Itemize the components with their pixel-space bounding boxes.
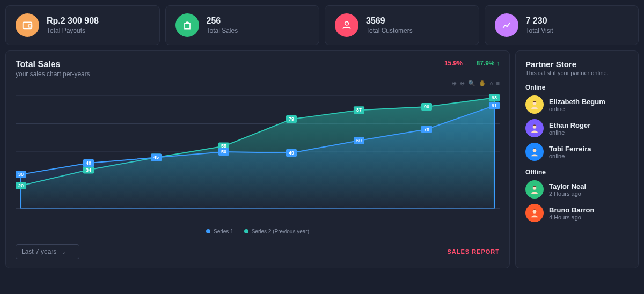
svg-text:50: 50 bbox=[221, 149, 226, 155]
svg-rect-1 bbox=[28, 25, 32, 27]
sales-report-link[interactable]: SALES REPORT bbox=[447, 248, 500, 255]
partner-name: Elizabeth Begum bbox=[549, 98, 605, 106]
svg-text:87: 87 bbox=[356, 107, 362, 113]
stat-label: Total Payouts bbox=[47, 27, 99, 34]
partner-row[interactable]: Taylor Neal2 Hours ago bbox=[525, 180, 628, 199]
stat-card-1: 256Total Sales bbox=[165, 5, 320, 45]
avatar bbox=[525, 95, 544, 114]
avatar bbox=[525, 119, 544, 137]
svg-rect-0 bbox=[23, 23, 32, 29]
online-section-label: Online bbox=[525, 84, 628, 91]
svg-text:55: 55 bbox=[221, 144, 226, 149]
partner-row[interactable]: Elizabeth Begumonline bbox=[525, 95, 628, 114]
stat-value: 7 230 bbox=[526, 16, 553, 26]
svg-text:70: 70 bbox=[424, 127, 429, 132]
svg-point-41 bbox=[533, 101, 537, 105]
partner-row[interactable]: Bruno Barron4 Hours ago bbox=[525, 204, 628, 222]
partner-row[interactable]: Ethan Rogeronline bbox=[525, 119, 628, 137]
partner-name: Ethan Roger bbox=[549, 121, 590, 129]
partner-status: 2 Hours ago bbox=[549, 190, 586, 197]
user-icon bbox=[335, 13, 358, 37]
stat-card-2: 3569Total Customers bbox=[325, 5, 479, 45]
stat-down: 15.9%↓ bbox=[444, 60, 468, 67]
stat-value: Rp.2 300 908 bbox=[47, 16, 99, 26]
avatar bbox=[525, 143, 544, 161]
partner-name: Taylor Neal bbox=[549, 182, 586, 190]
partner-status: online bbox=[549, 129, 590, 136]
svg-point-44 bbox=[533, 186, 537, 190]
partner-name: Bruno Barron bbox=[549, 206, 595, 214]
home-icon[interactable]: ⌂ bbox=[489, 80, 493, 87]
svg-text:98: 98 bbox=[492, 95, 497, 100]
svg-point-43 bbox=[533, 149, 537, 152]
svg-point-42 bbox=[533, 125, 537, 129]
avatar bbox=[525, 204, 544, 222]
stat-label: Total Customers bbox=[366, 27, 413, 34]
stat-up: 87.9%↑ bbox=[476, 60, 500, 67]
chart-subtitle: your sales chart per-years bbox=[16, 70, 90, 78]
menu-icon[interactable]: ≡ bbox=[496, 80, 500, 87]
svg-point-2 bbox=[345, 21, 349, 25]
svg-text:79: 79 bbox=[289, 116, 294, 122]
partner-subtitle: This is list if your partner online. bbox=[525, 70, 628, 76]
svg-text:40: 40 bbox=[86, 160, 91, 166]
svg-text:60: 60 bbox=[356, 138, 362, 143]
partner-status: online bbox=[549, 106, 605, 112]
svg-point-45 bbox=[533, 210, 537, 214]
chart-title: Total Sales bbox=[16, 60, 90, 69]
period-selector[interactable]: Last 7 years ⌄ bbox=[16, 244, 79, 259]
stat-label: Total Visit bbox=[526, 27, 553, 34]
offline-section-label: Offline bbox=[525, 168, 628, 176]
svg-text:45: 45 bbox=[153, 155, 159, 160]
svg-text:91: 91 bbox=[492, 103, 497, 108]
partner-status: 4 Hours ago bbox=[549, 214, 595, 220]
zoom-icon[interactable]: 🔍 bbox=[468, 80, 475, 87]
chart-icon bbox=[495, 13, 518, 37]
stat-value: 256 bbox=[207, 16, 238, 26]
wallet-icon bbox=[16, 13, 39, 37]
chart-toolbar: ⊕ ⊖ 🔍 ✋ ⌂ ≡ bbox=[16, 80, 500, 87]
svg-text:34: 34 bbox=[86, 167, 91, 173]
svg-text:30: 30 bbox=[18, 172, 24, 177]
chevron-down-icon: ⌄ bbox=[62, 249, 66, 255]
stat-card-3: 7 230Total Visit bbox=[485, 5, 639, 45]
zoom-out-icon[interactable]: ⊖ bbox=[460, 80, 465, 87]
svg-text:49: 49 bbox=[289, 150, 294, 156]
partner-store-panel: Partner Store This is list if your partn… bbox=[515, 50, 639, 268]
partner-name: Tobi Ferreira bbox=[549, 145, 591, 153]
sales-chart-panel: Total Sales your sales chart per-years 1… bbox=[5, 50, 510, 268]
avatar bbox=[525, 180, 544, 199]
bag-icon bbox=[175, 13, 199, 37]
stat-value: 3569 bbox=[366, 16, 413, 26]
sales-chart: 20344555798790983040455049607091 bbox=[16, 90, 500, 224]
partner-row[interactable]: Tobi Ferreiraonline bbox=[525, 143, 628, 161]
pan-icon[interactable]: ✋ bbox=[479, 80, 486, 87]
chart-legend: Series 1 Series 2 (Previous year) bbox=[16, 229, 500, 234]
svg-text:90: 90 bbox=[424, 104, 429, 109]
stat-label: Total Sales bbox=[207, 27, 238, 34]
stat-card-0: Rp.2 300 908Total Payouts bbox=[5, 5, 160, 45]
svg-text:20: 20 bbox=[18, 183, 24, 188]
partner-status: online bbox=[549, 153, 591, 159]
zoom-in-icon[interactable]: ⊕ bbox=[452, 80, 457, 87]
partner-title: Partner Store bbox=[525, 60, 628, 69]
